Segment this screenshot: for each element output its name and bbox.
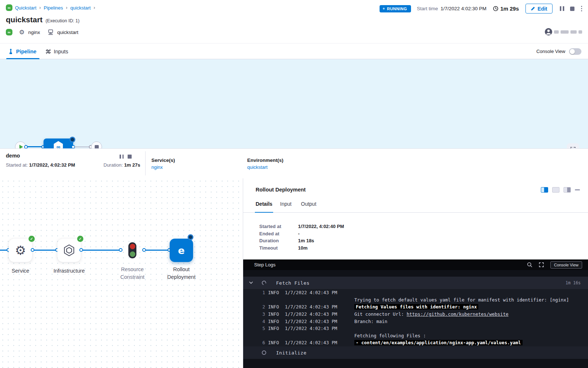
expand-logs-icon[interactable]: [539, 262, 544, 268]
breadcrumb-separator: ›: [66, 5, 67, 10]
logs-console-view-button[interactable]: Console View: [550, 261, 582, 269]
environments-label: Environment(s): [247, 158, 283, 163]
step-label-resource-constraint[interactable]: Resource Constraint: [110, 266, 154, 281]
step-edge: [81, 250, 121, 251]
service-gear-icon: ⚙: [19, 29, 24, 35]
detail-label: Duration: [259, 238, 298, 243]
detail-value: 1/7/2022, 4:02:40 PM: [298, 224, 344, 229]
detail-value: 1m 18s: [298, 238, 314, 243]
step-node-resource-constraint[interactable]: [128, 242, 136, 258]
breadcrumb: ∞ Quickstart › Pipelines › quickstart ›: [6, 4, 95, 11]
pause-execution-button[interactable]: [560, 6, 564, 11]
services-label: Service(s): [151, 158, 175, 163]
execution-actions: RUNNING Start time 1/7/2022 4:02:30 PM 1…: [380, 4, 583, 14]
edge-stage-to-end: [74, 147, 91, 147]
log-link[interactable]: https://github.com/kubernetes/website: [407, 311, 508, 317]
step-node-rollout-deployment[interactable]: e: [170, 239, 193, 262]
breadcrumb-link-pipeline[interactable]: quickstart: [70, 5, 91, 11]
pencil-icon: [531, 6, 535, 11]
stage-started-at: Started at: 1/7/2022, 4:02:32 PM: [6, 162, 75, 168]
tab-details[interactable]: Details: [256, 201, 272, 212]
pipeline-execution-page: ∞ Quickstart › Pipelines › quickstart › …: [0, 0, 588, 368]
step-panel-title: Rollout Deployment: [256, 187, 306, 193]
stage-pause-button[interactable]: [120, 155, 124, 159]
chevron-down-icon: [249, 281, 253, 284]
section-title: Initialize: [276, 350, 306, 356]
service-link[interactable]: nginx: [151, 164, 163, 170]
log-console[interactable]: Fetch Files 1m 16s 1 INFO 1/7/2022 4:02:…: [243, 270, 588, 368]
detail-row: Started at 1/7/2022, 4:02:40 PM: [259, 223, 344, 230]
status-text: RUNNING: [387, 7, 407, 11]
redacted-username-block: [578, 30, 582, 34]
step-connector-dot: [142, 248, 146, 252]
environment-chip[interactable]: quickstart: [57, 30, 79, 35]
edit-button[interactable]: Edit: [525, 4, 552, 14]
success-check-icon: ✓: [77, 236, 83, 242]
step-label-infrastructure[interactable]: Infrastructure: [47, 267, 91, 275]
step-node-service[interactable]: ⚙: [9, 239, 32, 262]
section-duration: 1m 16s: [565, 280, 581, 285]
log-line: 2 INFO 1/7/2022 4:02:43 PM Fetching Valu…: [243, 303, 588, 311]
console-view-control: Console View: [536, 43, 581, 59]
console-spacer: [243, 270, 588, 277]
section-title: Fetch Files: [276, 280, 310, 286]
abort-execution-button[interactable]: [570, 7, 574, 11]
stage-stop-button[interactable]: [128, 155, 132, 159]
environment-icon: [48, 29, 54, 35]
clock-icon: [493, 6, 498, 11]
step-logs-bar: Step Logs Console View: [243, 259, 588, 270]
status-badge: RUNNING: [380, 5, 411, 12]
layout-split-view-button[interactable]: [541, 187, 548, 193]
log-line: 4 INFO 1/7/2022 4:02:43 PM Branch: main: [243, 318, 588, 325]
log-line-continuation: Trying to fetch default values yaml file…: [243, 296, 588, 304]
tab-output[interactable]: Output: [301, 201, 316, 212]
layout-right-view-button[interactable]: [564, 187, 571, 193]
pipeline-icon: [8, 49, 14, 54]
tab-pipeline[interactable]: Pipeline: [8, 43, 37, 59]
step-connector-dot: [119, 248, 122, 252]
stage-graph-canvas[interactable]: ∞ demo + −: [0, 59, 588, 148]
step-graph-canvas[interactable]: ⚙ ✓ ✓ e: [0, 178, 243, 368]
console-view-toggle[interactable]: [569, 48, 581, 55]
step-panel-tabs: Details Input Output: [243, 201, 588, 213]
detail-label: Timeout: [259, 245, 298, 251]
section-running-spinner-icon: [261, 280, 267, 286]
detail-row: Duration 1m 18s: [259, 237, 344, 244]
tab-input[interactable]: Input: [280, 201, 291, 212]
step-edge: [144, 250, 169, 251]
log-section-initialize[interactable]: Initialize: [243, 346, 588, 359]
title-row: quickstart (Execution ID: 1): [6, 15, 79, 24]
layout-bottom-view-button[interactable]: [552, 187, 559, 193]
breadcrumb-link-project[interactable]: Quickstart: [15, 5, 37, 11]
panel-minimize-button[interactable]: [575, 189, 580, 190]
step-label-rollout-deployment[interactable]: Rollout Deployment: [159, 266, 203, 281]
search-icon[interactable]: [527, 262, 532, 268]
log-line: 1 INFO 1/7/2022 4:02:43 PM: [243, 289, 588, 296]
detail-value: 10m: [298, 245, 308, 251]
traffic-red-light: [130, 244, 135, 249]
step-node-infrastructure[interactable]: [57, 239, 81, 262]
tab-inputs[interactable]: Inputs: [45, 43, 68, 59]
log-line-continuation: Fetching following Files :: [243, 332, 588, 339]
environment-link[interactable]: quickstart: [247, 164, 268, 170]
log-section-fetch-files[interactable]: Fetch Files 1m 16s: [243, 277, 588, 289]
breadcrumb-separator: ›: [94, 5, 95, 10]
success-check-icon: ✓: [29, 236, 35, 242]
redacted-username-block: [561, 30, 569, 34]
gear-icon: ⚙: [15, 244, 26, 257]
step-connector-dot: [31, 248, 34, 252]
pipeline-meta-row: ∞ ⚙ nginx quickstart: [6, 29, 78, 35]
triggered-by: [545, 28, 582, 35]
execution-detail-split: ⚙ ✓ ✓ e: [0, 178, 588, 368]
detail-label: Ended at: [259, 231, 298, 236]
step-label-service[interactable]: Service: [2, 267, 39, 275]
step-details-table: Started at 1/7/2022, 4:02:40 PM Ended at…: [259, 223, 344, 251]
log-line: 3 INFO 1/7/2022 4:02:43 PM Git connector…: [243, 311, 588, 318]
start-time-label: Start time: [417, 6, 438, 11]
edge-connector-dot: [24, 145, 28, 149]
more-options-button[interactable]: [580, 5, 583, 12]
service-chip[interactable]: nginx: [28, 30, 40, 35]
step-edge: [33, 250, 57, 251]
breadcrumb-link-pipelines[interactable]: Pipelines: [44, 5, 63, 11]
divider: [145, 151, 146, 175]
